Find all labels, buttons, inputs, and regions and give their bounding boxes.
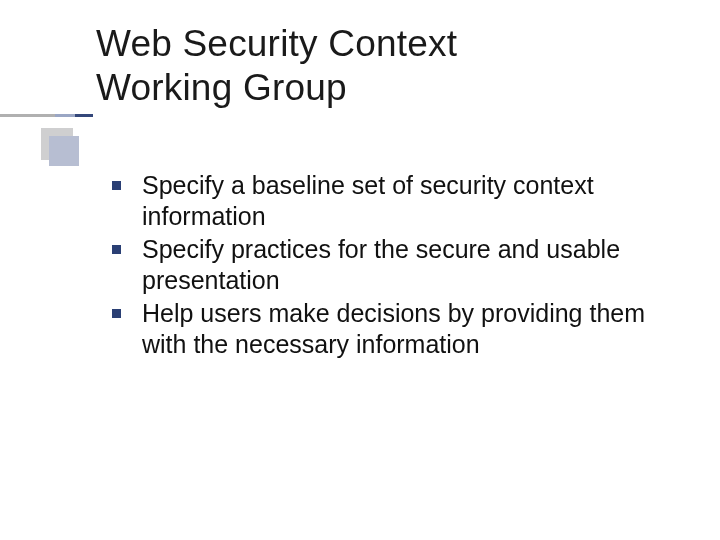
title-underline bbox=[0, 114, 720, 117]
slide: Web Security Context Working Group Speci… bbox=[0, 0, 720, 540]
title-block: Web Security Context Working Group bbox=[96, 22, 656, 109]
underline-segment-a bbox=[0, 114, 55, 117]
bullet-text: Specify practices for the secure and usa… bbox=[142, 235, 620, 294]
title-line-1: Web Security Context bbox=[96, 23, 457, 64]
bullet-text: Help users make decisions by providing t… bbox=[142, 299, 645, 358]
underline-segment-c bbox=[75, 114, 93, 117]
underline-segment-b bbox=[55, 114, 75, 117]
bullet-text: Specify a baseline set of security conte… bbox=[142, 171, 594, 230]
bullet-list: Specify a baseline set of security conte… bbox=[112, 170, 682, 360]
list-item: Specify a baseline set of security conte… bbox=[112, 170, 682, 232]
title-line-2: Working Group bbox=[96, 67, 347, 108]
slide-title: Web Security Context Working Group bbox=[96, 22, 656, 109]
accent-square-icon bbox=[41, 128, 73, 160]
list-item: Help users make decisions by providing t… bbox=[112, 298, 682, 360]
content-block: Specify a baseline set of security conte… bbox=[112, 170, 682, 362]
list-item: Specify practices for the secure and usa… bbox=[112, 234, 682, 296]
